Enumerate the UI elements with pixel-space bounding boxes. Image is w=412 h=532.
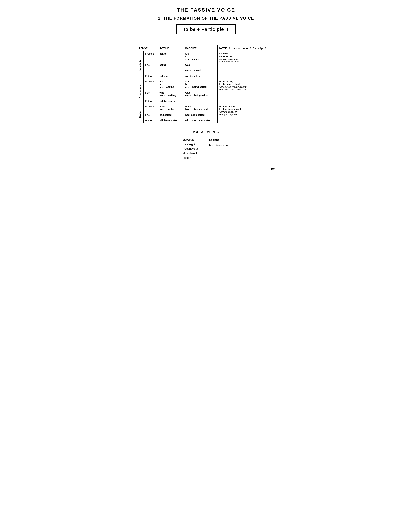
tense-present-continuous: Present — [144, 79, 158, 90]
passive-present-continuous: am is are being asked — [184, 79, 217, 90]
active-past-continuous: was were asking — [157, 90, 184, 98]
modal-section: MODAL VERBS can/could may/might must/hav… — [137, 130, 275, 160]
modal-content: can/could may/might must/have to should/… — [137, 137, 275, 160]
note-continuous: He is asking/ He is being asked Он сейча… — [217, 79, 275, 104]
modal-result-1: be done — [209, 137, 229, 142]
passive-past-continuous: was were being asked — [184, 90, 217, 98]
formula-box-wrapper: to be + Participle II — [137, 24, 275, 39]
tense-future-indefinite: Future — [144, 73, 158, 79]
modal-item: should/would — [183, 151, 198, 156]
table-row: Continuous Present am is are asking am i… — [137, 79, 275, 90]
modal-title: MODAL VERBS — [137, 130, 275, 134]
modal-item: must/have to — [183, 146, 198, 151]
active-future-indefinite: will ask — [157, 73, 184, 79]
formula-text: to be + Participle II — [184, 27, 228, 32]
active-future-perfect: will have asked — [157, 118, 184, 123]
tense-past-indefinite: Past — [144, 62, 158, 73]
page-number: 107 — [137, 167, 275, 170]
note-perfect: He has asked/ He has been asked Он уже с… — [217, 104, 275, 123]
active-past-perfect: had asked — [157, 112, 184, 118]
formula-box: to be + Participle II — [176, 24, 236, 34]
header-passive: PASSIVE — [184, 45, 217, 51]
modal-item: needn't — [183, 155, 198, 160]
active-present-perfect: have has asked — [157, 104, 184, 112]
passive-future-perfect: will have been asked — [184, 118, 217, 123]
passive-past-indefinite: was were asked — [184, 62, 217, 73]
header-tense: TENSE — [137, 45, 158, 51]
header-note: NOTE: the action is done to the subject — [217, 45, 275, 51]
tense-past-perfect: Past — [144, 112, 158, 118]
page-title: THE PASSIVE VOICE — [137, 7, 275, 13]
modal-result-2: have been done — [209, 142, 229, 148]
table-row: Indefinite Present ask(s) am is are aske… — [137, 51, 275, 62]
table-row: Perfect Present have has asked have has — [137, 104, 275, 112]
group-label-perfect: Perfect — [137, 104, 144, 123]
active-past-indefinite: asked — [157, 62, 184, 73]
tense-future-continuous: Future — [144, 98, 158, 104]
group-label-continuous: Continuous — [137, 79, 144, 104]
passive-past-perfect: had been asked — [184, 112, 217, 118]
passive-present-perfect: have has been asked — [184, 104, 217, 112]
tense-past-continuous: Past — [144, 90, 158, 98]
passive-future-continuous: – — [184, 98, 217, 104]
active-present-indefinite: ask(s) — [157, 51, 184, 62]
active-future-continuous: will be asking — [157, 98, 184, 104]
modal-item: can/could — [183, 137, 198, 142]
tense-future-perfect: Future — [144, 118, 158, 123]
group-label-indefinite: Indefinite — [137, 51, 144, 79]
tense-present-indefinite: Present — [144, 51, 158, 62]
header-active: ACTIVE — [157, 45, 184, 51]
modal-left: can/could may/might must/have to should/… — [183, 137, 204, 160]
modal-right: be done have been done — [204, 137, 229, 148]
passive-present-indefinite: am is are asked — [184, 51, 217, 62]
section-title: 1. THE FORMATION OF THE PASSIVE VOICE — [137, 16, 275, 20]
note-indefinite: He asks/ He is asked Он спрашивает/Его с… — [217, 51, 275, 79]
main-table: TENSE ACTIVE PASSIVE NOTE: the action is… — [137, 45, 275, 123]
active-present-continuous: am is are asking — [157, 79, 184, 90]
tense-present-perfect: Present — [144, 104, 158, 112]
modal-item: may/might — [183, 142, 198, 147]
passive-future-indefinite: will be asked — [184, 73, 217, 79]
